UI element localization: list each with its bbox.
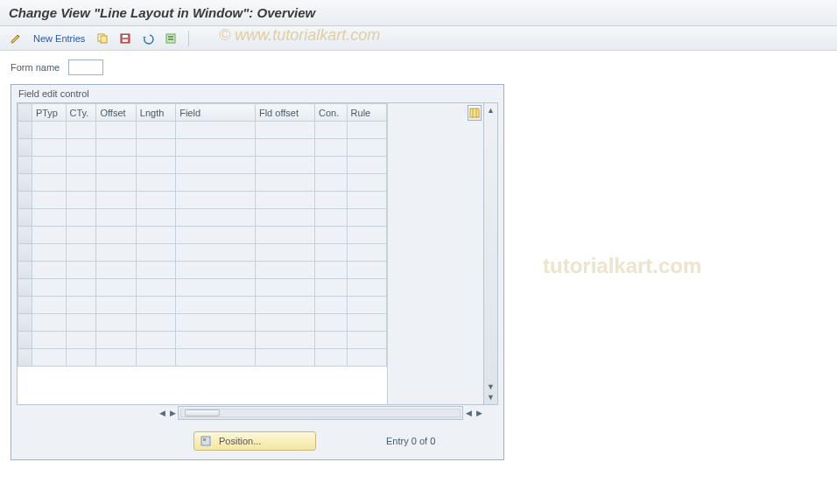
content-area: Form name Field edit control PTyp CTy. O… [0,51,837,469]
vertical-scrollbar[interactable]: ▲ ▼ ▼ [483,103,497,404]
table-row[interactable] [18,349,387,367]
form-name-input[interactable] [68,60,103,75]
col-offset[interactable]: Offset [96,104,136,122]
scroll-right-end-icon[interactable]: ▶ [474,408,484,418]
grid-wrap: PTyp CTy. Offset Lngth Field Fld offset … [11,102,503,421]
svg-rect-4 [123,39,128,42]
horizontal-scrollbar[interactable] [178,406,463,420]
scroll-down2-icon[interactable]: ▼ [486,392,496,402]
toolbar: New Entries [0,26,837,51]
page-title: Change View "Line Layout in Window": Ove… [0,0,837,26]
table-row[interactable] [18,157,387,174]
entry-count-text: Entry 0 of 0 [386,436,435,446]
grid-main: PTyp CTy. Offset Lngth Field Fld offset … [18,103,387,404]
col-cty[interactable]: CTy. [66,104,96,122]
table-row[interactable] [18,332,387,349]
grid-area: PTyp CTy. Offset Lngth Field Fld offset … [17,102,498,405]
panel-title: Field edit control [11,85,503,102]
col-rule[interactable]: Rule [347,104,386,122]
save-icon[interactable] [116,30,134,47]
col-field[interactable]: Field [176,104,256,122]
col-fld-offset[interactable]: Fld offset [255,104,314,122]
svg-rect-3 [123,35,128,38]
panel-footer: Position... Entry 0 of 0 [11,421,503,459]
col-con[interactable]: Con. [315,104,348,122]
table-row[interactable] [18,209,387,227]
scroll-up-icon[interactable]: ▲ [486,105,496,116]
col-lngth[interactable]: Lngth [136,104,175,122]
svg-rect-6 [168,36,173,38]
undo-icon[interactable] [139,30,157,47]
table-row[interactable] [18,139,387,157]
grid-gap [387,103,483,404]
copy-icon[interactable] [94,30,111,47]
col-selector[interactable] [18,104,32,122]
scroll-left-inner-icon[interactable]: ◀ [157,408,167,418]
table-row[interactable] [18,227,387,244]
form-name-row: Form name [11,60,826,75]
table-row[interactable] [18,192,387,209]
table-row[interactable] [18,279,387,297]
scroll-right-inner-icon[interactable]: ▶ [167,408,178,418]
form-name-label: Form name [11,62,60,73]
field-edit-panel: Field edit control PTyp CTy. Offset Lngt… [11,84,504,460]
grid-table[interactable]: PTyp CTy. Offset Lngth Field Fld offset … [18,103,387,367]
position-icon [200,435,212,447]
position-button-label: Position... [219,436,261,446]
scroll-down-icon[interactable]: ▼ [486,382,496,392]
toolbar-separator [188,31,189,46]
horizontal-scroll-row: ◀ ▶ ◀ ▶ [17,405,498,421]
col-ptyp[interactable]: PTyp [32,104,66,122]
new-entries-button[interactable]: New Entries [30,33,88,44]
scroll-left-end-icon[interactable]: ◀ [463,408,474,418]
svg-rect-12 [203,438,206,441]
table-row[interactable] [18,297,387,314]
table-row[interactable] [18,314,387,332]
change-icon[interactable] [7,30,25,47]
table-row[interactable] [18,174,387,192]
grid-body [18,122,387,367]
table-row[interactable] [18,262,387,279]
table-row[interactable] [18,122,387,139]
svg-rect-7 [168,38,173,40]
position-button[interactable]: Position... [193,431,316,451]
select-all-icon[interactable] [162,30,179,47]
table-settings-icon[interactable] [468,105,482,121]
svg-rect-8 [470,108,479,117]
table-row[interactable] [18,244,387,262]
svg-rect-1 [101,36,107,43]
